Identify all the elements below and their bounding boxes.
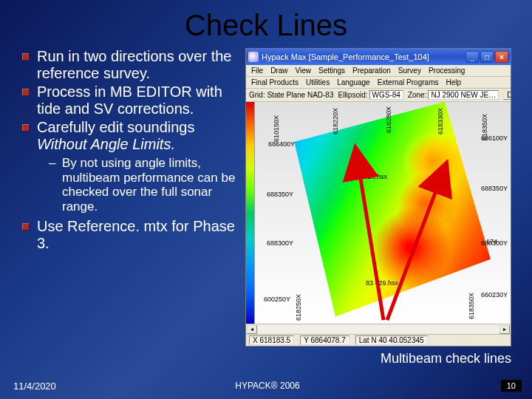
bullet-3: Carefully edit soundings Without Angle L… (22, 119, 236, 214)
status-lat-value: N 40 40.052345 (371, 336, 423, 344)
ellipsoid-value: WGS-84 (369, 90, 403, 100)
y-right-4: 660230Y (481, 291, 508, 299)
y-left-2: 688350Y (267, 191, 293, 198)
annotation-1: 008 1426.hsx (347, 173, 387, 180)
x-label-3: 618280X (385, 106, 392, 133)
screenshot-panel: Hypack Max [Sample_Performance_Test_104]… (245, 48, 511, 347)
menu-help[interactable]: Help (443, 78, 464, 87)
x-bottom-1: 618250X (295, 294, 302, 321)
image-caption: Multibeam check lines (0, 347, 532, 366)
y-right-1: 686100Y (481, 134, 508, 142)
minimize-button[interactable]: _ (466, 51, 479, 63)
annotation-2: 174 (486, 238, 497, 245)
menu-external[interactable]: External Programs (375, 78, 442, 87)
menu-settings[interactable]: Settings (316, 66, 348, 75)
menu-survey[interactable]: Survey (395, 66, 424, 75)
menubar-row2: Final Products Utilities Language Extern… (246, 77, 511, 89)
y-left-4: 600250Y (264, 296, 290, 303)
x-label-2: 618220X (332, 108, 339, 134)
sub-bullet-1: By not using angle limits, multibeam per… (37, 156, 236, 214)
slide-title: Check Lines (0, 0, 532, 48)
footer-page: 10 (501, 380, 522, 392)
bullet-4: Use Reference. mtx for Phase 3. (22, 218, 236, 252)
menu-utilities[interactable]: Utilities (303, 78, 332, 87)
y-left-3: 688300Y (267, 239, 293, 247)
maximize-button[interactable]: □ (480, 51, 494, 63)
bullet-3-text: Carefully edit soundings (37, 119, 194, 135)
bullet-3-emph: Without Angle Limits. (37, 136, 175, 152)
scroll-right-button[interactable]: ▸ (499, 325, 510, 334)
status-lat-label: Lat (359, 336, 369, 344)
scroll-left-button[interactable]: ◂ (247, 325, 257, 334)
window-title: Hypack Max [Sample_Performance_Test_104] (262, 52, 463, 61)
status-x-value: 618183.5 (259, 336, 290, 344)
bullet-1: Run in two directions over the reference… (22, 48, 236, 82)
menu-draw[interactable]: Draw (267, 66, 290, 75)
zone-label: Zone: (408, 91, 427, 99)
hypack-window: Hypack Max [Sample_Performance_Test_104]… (245, 48, 511, 347)
status-bar: X 618183.5 Y 6864078.7 Lat N 40 40.05234… (246, 334, 511, 346)
x-label-4: 618330X (437, 108, 444, 134)
close-button[interactable]: × (495, 51, 508, 63)
menu-language[interactable]: Language (334, 78, 373, 87)
menu-file[interactable]: File (248, 66, 266, 75)
zone-value: NJ 2900 NEW JE… (428, 90, 499, 100)
dist-button[interactable]: Dist… (503, 90, 511, 100)
scroll-track[interactable] (258, 325, 499, 333)
bullet-2: Process in MB EDITOR with tide and SV co… (22, 83, 236, 117)
menu-preparation[interactable]: Preparation (349, 66, 394, 75)
grid-label: Grid: State Plane NAD-83 (249, 91, 334, 99)
status-x-label: X (253, 336, 258, 344)
info-bar: Grid: State Plane NAD-83 Ellipsoid:WGS-8… (246, 89, 511, 102)
status-y-value: 6864078.7 (310, 336, 345, 344)
annotation-3: 83 429.hsx (366, 279, 398, 287)
y-left-1: 686400Y (268, 140, 295, 148)
window-titlebar[interactable]: Hypack Max [Sample_Performance_Test_104]… (246, 49, 511, 65)
menu-processing[interactable]: Processing (426, 66, 468, 75)
footer-date: 11/4/2020 (13, 381, 56, 392)
content-row: Run in two directions over the reference… (0, 48, 532, 347)
ellipsoid-label: Ellipsoid: (338, 91, 368, 99)
menu-view[interactable]: View (292, 66, 314, 75)
menubar: File Draw View Settings Preparation Surv… (246, 65, 511, 77)
map-area[interactable]: 610150X 618220X 618280X 618330X 618350X … (246, 102, 511, 324)
survey-coverage (265, 102, 501, 324)
h-scrollbar[interactable]: ◂ ▸ (246, 324, 511, 334)
y-right-2: 688350Y (481, 185, 508, 192)
x-bottom-2: 618350X (468, 293, 475, 319)
bullet-panel: Run in two directions over the reference… (22, 48, 236, 347)
footer-copyright: HYPACK® 2006 (235, 381, 299, 391)
status-y-label: Y (304, 336, 309, 344)
colormap-legend (246, 102, 255, 324)
menu-final[interactable]: Final Products (248, 78, 301, 87)
x-label-1: 610150X (273, 115, 280, 142)
footer: 11/4/2020 HYPACK® 2006 10 (13, 380, 522, 392)
map-canvas[interactable]: 610150X 618220X 618280X 618330X 618350X … (255, 102, 511, 324)
app-icon (248, 52, 259, 62)
